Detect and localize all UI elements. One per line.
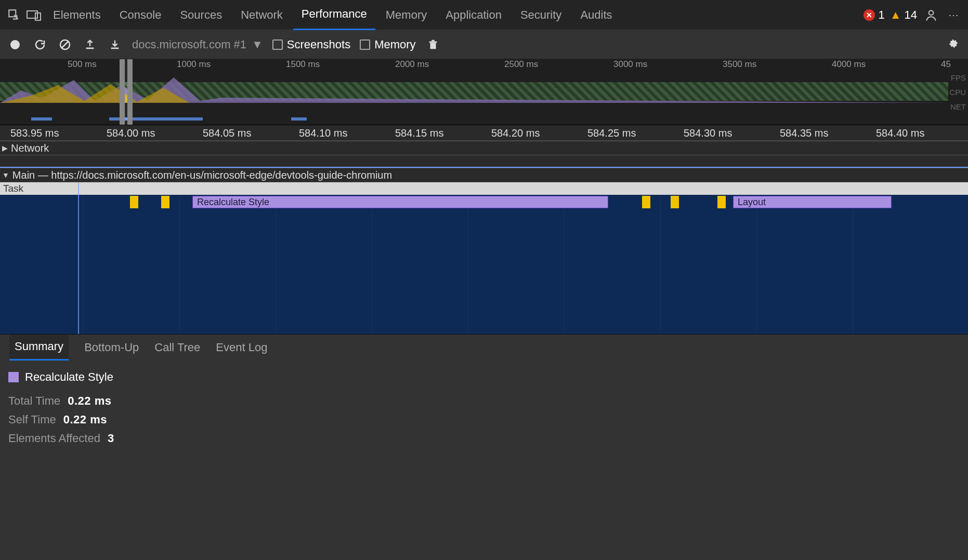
reload-record-button[interactable] [32,37,48,52]
screenshots-label: Screenshots [287,38,350,51]
dropdown-icon: ▼ [252,38,263,51]
summary-row-self-time: Self Time 0.22 ms [8,413,960,426]
summary-color-swatch [8,372,19,382]
svg-rect-11 [431,39,435,41]
task-bar[interactable]: Task [0,182,968,195]
more-menu-icon[interactable]: ⋯ [945,6,963,24]
svg-rect-9 [430,43,436,49]
flame-event-script[interactable] [161,196,169,208]
flame-row: Recalculate Style Layout [0,196,968,209]
summary-row-elements-affected: Elements Affected 3 [8,432,960,445]
ruler-tick: 584.30 ms [684,127,732,139]
ruler-tick: 584.05 ms [203,127,251,139]
flame-event-script[interactable] [642,196,650,208]
recording-selector[interactable]: docs.microsoft.com #1 ▼ [132,38,263,51]
error-icon: ✕ [864,9,875,21]
warning-icon: ▲ [890,8,901,22]
summary-row-total-time: Total Time 0.22 ms [8,394,960,408]
checkbox-icon [360,39,370,50]
tab-security[interactable]: Security [512,0,570,30]
detail-tab-bottom-up[interactable]: Bottom-Up [84,335,139,361]
garbage-collect-button[interactable] [425,37,441,52]
flame-event-recalculate-style[interactable]: Recalculate Style [192,196,608,208]
memory-checkbox[interactable]: Memory [360,38,415,51]
ruler-tick: 584.20 ms [491,127,540,139]
network-track-label: Network [11,142,49,154]
network-track-header[interactable]: ▶ Network [0,141,968,155]
overview-mask-right [133,59,968,125]
flame-event-script[interactable] [671,196,679,208]
ruler-tick: 584.40 ms [876,127,924,139]
tab-elements[interactable]: Elements [45,0,109,30]
ruler-tick: 584.15 ms [395,127,443,139]
ruler-tick: 584.10 ms [299,127,347,139]
tab-sources[interactable]: Sources [172,0,230,30]
overview-handle-right[interactable] [127,59,133,125]
flame-event-script[interactable] [717,196,726,208]
svg-point-4 [10,40,20,49]
summary-value: 0.22 ms [63,413,107,426]
load-profile-button[interactable] [82,37,98,52]
screenshots-checkbox[interactable]: Screenshots [272,38,350,51]
tab-console[interactable]: Console [111,0,170,30]
performance-toolbar: docs.microsoft.com #1 ▼ Screenshots Memo… [0,30,968,59]
device-toolbar-icon[interactable] [25,6,43,24]
summary-value: 3 [108,432,114,445]
record-button[interactable] [7,37,23,52]
checkbox-icon [272,39,283,50]
inspect-element-icon[interactable] [5,6,23,24]
ruler-tick: 584.00 ms [107,127,155,139]
overview-mask-left [0,59,120,125]
capture-settings-icon[interactable] [945,37,961,52]
summary-label: Elements Affected [8,432,100,445]
warning-count: 14 [905,8,917,22]
detail-time-ruler[interactable]: 583.95 ms 584.00 ms 584.05 ms 584.10 ms … [0,125,968,141]
error-count: 1 [878,8,884,22]
svg-rect-8 [111,47,119,49]
summary-event-name: Recalculate Style [25,370,113,384]
ruler-tick: 583.95 ms [10,127,59,139]
summary-title-row: Recalculate Style [8,370,960,384]
svg-rect-7 [86,47,94,49]
save-profile-button[interactable] [107,37,123,52]
overview-handle-left[interactable] [120,59,125,125]
ruler-tick: 584.35 ms [780,127,828,139]
top-right-status: ✕ 1 ▲ 14 ⋯ [864,6,963,24]
flame-event-layout[interactable]: Layout [733,196,892,208]
summary-panel: Recalculate Style Total Time 0.22 ms Sel… [0,360,968,560]
detail-tab-summary[interactable]: Summary [9,335,69,361]
warning-count-badge[interactable]: ▲ 14 [890,8,917,22]
svg-rect-10 [429,41,437,43]
tab-performance[interactable]: Performance [293,0,375,30]
flame-event-script[interactable] [130,196,138,208]
svg-point-3 [929,10,934,15]
tab-memory[interactable]: Memory [377,0,435,30]
recording-title: docs.microsoft.com #1 [132,38,246,51]
main-track-header[interactable]: ▼ Main — https://docs.microsoft.com/en-u… [0,168,968,182]
summary-value: 0.22 ms [68,394,111,408]
detail-tab-event-log[interactable]: Event Log [216,335,267,361]
memory-label: Memory [374,38,415,51]
collapse-icon: ▼ [2,171,9,179]
summary-label: Self Time [8,413,56,426]
svg-line-6 [61,41,69,48]
tab-network[interactable]: Network [232,0,291,30]
ruler-tick: 584.25 ms [587,127,636,139]
detail-tab-call-tree[interactable]: Call Tree [154,335,200,361]
tab-application[interactable]: Application [437,0,510,30]
devtools-main-tabs: Elements Console Sources Network Perform… [0,0,968,30]
detail-panel-tabs: Summary Bottom-Up Call Tree Event Log [0,334,968,360]
clear-button[interactable] [57,37,73,52]
track-separator [0,155,968,168]
overview-timeline[interactable]: 500 ms 1000 ms 1500 ms 2000 ms 2500 ms 3… [0,59,968,125]
main-track-label: Main — https://docs.microsoft.com/en-us/… [12,169,392,181]
tab-audits[interactable]: Audits [572,0,620,30]
expand-icon: ▶ [2,144,8,152]
error-count-badge[interactable]: ✕ 1 [864,8,884,22]
feedback-icon[interactable] [922,6,940,24]
main-flame-chart[interactable]: Task Recalculate Style Layout [0,182,968,334]
summary-label: Total Time [8,394,60,408]
